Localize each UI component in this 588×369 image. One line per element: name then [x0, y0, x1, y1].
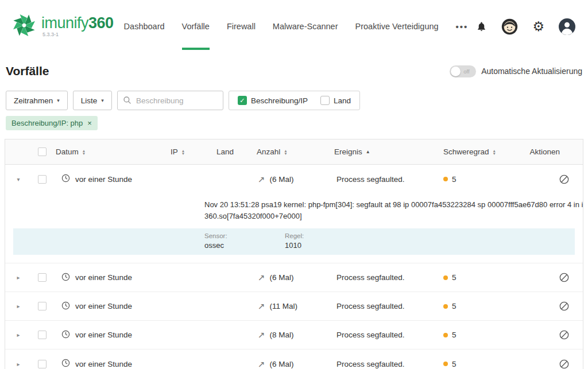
incident-count: (6 Mal)	[270, 360, 294, 368]
checkbox-unchecked-icon[interactable]	[320, 96, 330, 105]
nav-vorfaelle[interactable]: Vorfälle	[182, 0, 210, 53]
incident-row: ▸ vor einer Stunde ↗ (11 Mal) Process se…	[5, 292, 583, 321]
expand-row-icon[interactable]: ▸	[17, 332, 20, 338]
severity-dot	[443, 177, 448, 181]
block-action-icon[interactable]	[559, 273, 569, 282]
block-action-icon[interactable]	[559, 174, 569, 184]
column-header-schweregrad[interactable]: Schweregrad ▲▼	[440, 147, 506, 156]
block-action-icon[interactable]	[559, 301, 569, 311]
active-filters: Beschreibung/IP: php ×	[0, 110, 588, 130]
checkbox-beschreibung-ip[interactable]: ✓ Beschreibung/IP	[238, 96, 308, 105]
row-checkbox[interactable]	[38, 331, 47, 339]
incident-event: Process segfaulted.	[331, 360, 440, 368]
search-icon	[123, 96, 131, 107]
incident-date: vor einer Stunde	[75, 273, 132, 282]
imunify-logo-icon	[13, 14, 36, 39]
column-header-ereignis[interactable]: Ereignis ▲	[331, 147, 440, 156]
sort-icon: ▲▼	[181, 149, 185, 155]
trend-arrow-icon: ↗	[258, 360, 265, 368]
severity-dot	[443, 333, 448, 337]
chevron-down-icon: ▾	[101, 98, 104, 103]
support-chat-icon[interactable]	[501, 18, 518, 35]
select-all-checkbox[interactable]	[38, 147, 47, 156]
nav-menu: Dashboard Vorfälle Firewall Malware-Scan…	[124, 0, 469, 53]
list-dropdown[interactable]: Liste ▾	[73, 91, 112, 110]
brand[interactable]: imunify 360 5.3.3-1	[13, 14, 114, 39]
clock-icon	[61, 359, 70, 369]
incident-date: vor einer Stunde	[75, 175, 132, 184]
incident-event: Process segfaulted.	[331, 175, 440, 184]
filter-chip: Beschreibung/IP: php ×	[6, 116, 98, 130]
nav-more-menu[interactable]: •••	[456, 0, 469, 53]
nav-firewall[interactable]: Firewall	[227, 0, 256, 53]
notifications-bell-icon[interactable]	[476, 21, 487, 33]
nav-icons: ⚙	[476, 18, 575, 35]
incident-detail: Nov 20 13:51:28 psa19 kernel: php-fpm[30…	[5, 193, 583, 263]
column-header-ip[interactable]: IP ▲▼	[167, 147, 213, 156]
sort-icon: ▲▼	[493, 149, 496, 155]
severity-dot	[443, 362, 448, 366]
nav-proaktive-verteidigung[interactable]: Proaktive Verteidigung	[355, 0, 439, 53]
trend-arrow-icon: ↗	[258, 331, 265, 339]
collapse-row-icon[interactable]: ▾	[17, 176, 20, 182]
column-header-land: Land	[213, 147, 253, 156]
toggle-state-label: off	[463, 68, 469, 75]
row-checkbox[interactable]	[38, 273, 47, 282]
column-header-datum[interactable]: Datum ▲▼	[52, 147, 167, 156]
search-scope-box: ✓ Beschreibung/IP Land	[229, 91, 360, 110]
navbar: imunify 360 5.3.3-1 Dashboard Vorfälle F…	[0, 0, 588, 53]
toggle-knob	[451, 67, 461, 76]
severity-value: 5	[452, 331, 457, 339]
incident-count: (6 Mal)	[270, 273, 294, 282]
block-action-icon[interactable]	[559, 359, 569, 369]
list-label: Liste	[81, 96, 98, 105]
clock-icon	[61, 174, 70, 184]
checkbox-land-label: Land	[334, 96, 351, 105]
auto-refresh-label: Automatische Aktualisierung	[481, 67, 582, 76]
expand-row-icon[interactable]: ▸	[17, 274, 20, 281]
clock-icon	[61, 273, 70, 283]
incident-date: vor einer Stunde	[75, 302, 132, 310]
filter-chip-label: Beschreibung/IP: php	[11, 119, 83, 127]
incident-row: ▸ vor einer Stunde ↗ (6 Mal) Process seg…	[5, 263, 583, 292]
search-input[interactable]	[117, 91, 223, 110]
incident-date: vor einer Stunde	[75, 331, 132, 339]
sensor-label: Sensor:	[204, 232, 285, 239]
brand-name: imunify	[41, 15, 88, 31]
page-head: Vorfälle off Automatische Aktualisierung	[0, 53, 588, 91]
filters-bar: Zeitrahmen ▾ Liste ▾ ✓ Beschreibung/IP L…	[0, 91, 588, 110]
incident-count: (8 Mal)	[270, 331, 294, 339]
block-action-icon[interactable]	[559, 330, 569, 340]
auto-refresh-toggle[interactable]: off	[450, 65, 476, 77]
trend-arrow-icon: ↗	[258, 302, 265, 310]
rule-label: Regel:	[285, 232, 365, 239]
brand-suffix: 360	[88, 15, 114, 31]
clock-icon	[61, 301, 70, 312]
clock-icon	[61, 330, 70, 340]
user-avatar[interactable]	[559, 18, 575, 35]
rule-value: 1010	[285, 241, 365, 250]
checkbox-land[interactable]: Land	[320, 96, 351, 105]
incident-row: ▸ vor einer Stunde ↗ (6 Mal) Process seg…	[5, 349, 583, 369]
nav-malware-scanner[interactable]: Malware-Scanner	[273, 0, 338, 53]
search-wrap	[117, 91, 223, 110]
column-header-anzahl[interactable]: Anzahl ▲▼	[253, 147, 331, 156]
timeframe-dropdown[interactable]: Zeitrahmen ▾	[6, 91, 68, 110]
expand-row-icon[interactable]: ▸	[17, 361, 20, 367]
checkbox-checked-icon[interactable]: ✓	[238, 96, 247, 105]
row-checkbox[interactable]	[38, 175, 47, 184]
brand-version: 5.3.3-1	[41, 32, 114, 37]
sort-icon: ▲▼	[284, 149, 287, 155]
chip-close-icon[interactable]: ×	[87, 119, 92, 127]
incident-count: (6 Mal)	[270, 175, 294, 184]
sort-icon: ▲▼	[82, 149, 86, 155]
incident-event: Process segfaulted.	[331, 302, 440, 310]
sort-asc-icon: ▲	[366, 149, 370, 154]
nav-dashboard[interactable]: Dashboard	[124, 0, 165, 53]
expand-row-icon[interactable]: ▸	[17, 303, 20, 309]
row-checkbox[interactable]	[38, 360, 47, 368]
incident-meta-panel: Sensor: ossec Regel: 1010	[13, 228, 575, 255]
settings-gear-icon[interactable]: ⚙	[532, 20, 544, 33]
row-checkbox[interactable]	[38, 302, 47, 310]
trend-arrow-icon: ↗	[258, 175, 265, 184]
